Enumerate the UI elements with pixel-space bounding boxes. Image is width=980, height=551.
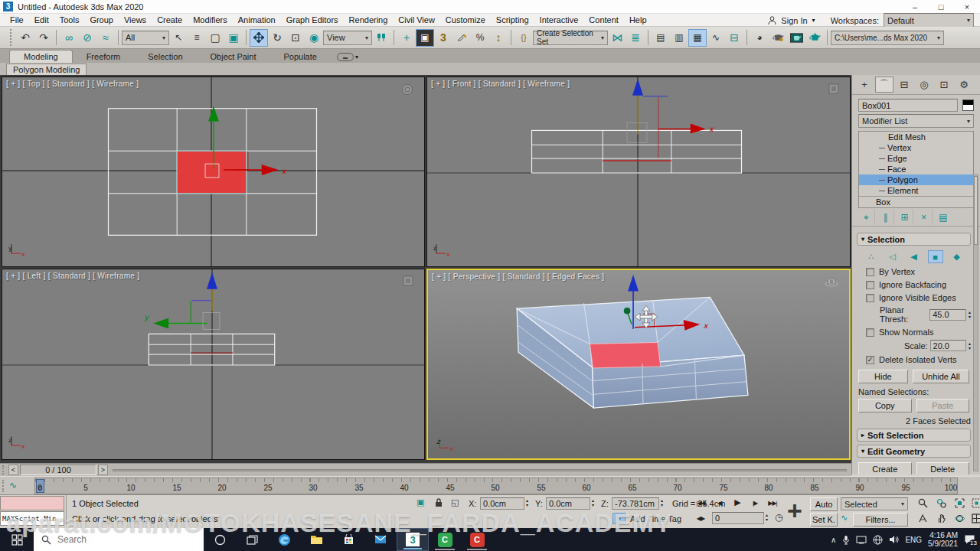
unlink-selection-icon[interactable]: ⊘ bbox=[78, 29, 96, 47]
ignore-visible-edges-checkbox[interactable]: Ignore Visible Edges bbox=[866, 293, 971, 302]
scale-spinner[interactable]: ▴▾ bbox=[969, 341, 971, 350]
hide-button[interactable]: Hide bbox=[858, 370, 908, 383]
menu-content[interactable]: Content bbox=[583, 15, 624, 24]
unhide-all-button[interactable]: Unhide All bbox=[913, 370, 969, 383]
object-color-swatch[interactable] bbox=[962, 99, 974, 111]
rendered-frame-window-icon[interactable] bbox=[787, 29, 805, 47]
spinner-snap-icon[interactable]: ↕ bbox=[489, 29, 508, 47]
previous-frame-button[interactable]: ◀| bbox=[712, 497, 727, 509]
time-slider-handle[interactable]: 0 / 100 bbox=[20, 465, 96, 475]
ignore-backfacing-checkbox[interactable]: Ignore Backfacing bbox=[866, 280, 971, 289]
auto-key-button[interactable]: Auto bbox=[810, 497, 838, 511]
element-subobject-icon[interactable]: ◆ bbox=[949, 250, 965, 263]
screen-cast-icon[interactable] bbox=[856, 536, 867, 544]
use-pivot-point-center-icon[interactable] bbox=[372, 29, 390, 47]
selection-lock-toggle-icon[interactable] bbox=[434, 497, 443, 507]
key-filters-button[interactable]: Filters... bbox=[853, 513, 908, 527]
language-indicator[interactable]: ENG bbox=[905, 536, 922, 544]
select-and-link-icon[interactable]: ∞ bbox=[60, 29, 78, 47]
viewport-front-nav-icon[interactable] bbox=[828, 83, 839, 94]
percent-snap-icon[interactable]: % bbox=[471, 29, 489, 47]
vertex-subobject-icon[interactable]: ∴ bbox=[864, 250, 879, 263]
toggle-ribbon-icon[interactable]: ▦ bbox=[688, 29, 707, 47]
zoom-all-icon[interactable] bbox=[933, 497, 950, 510]
big-plus-icon[interactable]: + bbox=[782, 497, 807, 526]
stack-item-face[interactable]: Face bbox=[859, 164, 973, 174]
current-frame-field[interactable]: 0 bbox=[712, 512, 764, 524]
time-configuration-icon[interactable]: ◷ bbox=[775, 512, 782, 523]
show-normals-checkbox[interactable]: Show Normals bbox=[866, 328, 971, 337]
motion-tab-icon[interactable]: ◎ bbox=[915, 77, 933, 93]
default-in-out-tangents-icon[interactable]: ∿ bbox=[841, 513, 848, 523]
configure-modifier-sets-icon[interactable]: ▤ bbox=[935, 210, 952, 224]
sign-in-caret-icon[interactable]: ▾ bbox=[812, 17, 815, 24]
selection-rollout-header[interactable]: ▾ Selection bbox=[857, 233, 971, 246]
zoom-icon[interactable] bbox=[914, 497, 932, 510]
ribbon-tab-freeform[interactable]: Freeform bbox=[73, 51, 135, 63]
scale-field[interactable]: 20.0 bbox=[930, 340, 966, 351]
z-coordinate-field[interactable]: -73.781cm bbox=[612, 497, 659, 510]
network-globe-icon[interactable] bbox=[873, 535, 883, 545]
viewport-top-label[interactable]: [ + ] [ Top ] [ Standard ] [ Wireframe ] bbox=[6, 80, 139, 88]
ribbon-minimize-button[interactable]: ▬ ▾ bbox=[337, 53, 358, 63]
key-mode-toggle-icon[interactable]: ◀▶ bbox=[693, 513, 708, 524]
viewport-left-nav-icon[interactable] bbox=[403, 276, 413, 286]
viewport-top[interactable]: [ + ] [ Top ] [ Standard ] [ Wireframe ]… bbox=[2, 77, 425, 267]
clock[interactable]: 4:16 AM 5/9/2021 bbox=[928, 531, 958, 548]
show-end-result-icon[interactable]: ∥ bbox=[877, 210, 894, 224]
copy-button[interactable]: Copy bbox=[858, 399, 912, 412]
maximize-viewport-toggle-icon[interactable] bbox=[968, 512, 980, 525]
go-to-start-button[interactable]: |◀◀ bbox=[693, 497, 708, 509]
project-folder-select[interactable]: C:\Users\me...ds Max 2020 ▾ bbox=[831, 31, 944, 45]
microsoft-store-icon[interactable] bbox=[332, 528, 364, 551]
menu-modifiers[interactable]: Modifiers bbox=[188, 15, 233, 24]
viewport-perspective-nav-wheel-icon[interactable] bbox=[825, 276, 838, 289]
viewport-left-label[interactable]: [ + ] [ Left ] [ Standard ] [ Wireframe … bbox=[6, 272, 139, 280]
ribbon-tab-modeling[interactable]: Modeling bbox=[9, 50, 73, 63]
tray-chevron-icon[interactable]: ∧ bbox=[831, 536, 836, 544]
viewport-front-label[interactable]: [ + ] [ Front ] [ Standard ] [ Wireframe… bbox=[431, 80, 570, 88]
select-and-rotate-icon[interactable]: ↻ bbox=[268, 29, 286, 47]
snaps-toggle-icon[interactable]: ▣ bbox=[416, 29, 434, 47]
align-icon[interactable]: ≣ bbox=[626, 29, 645, 47]
snaps-3d-icon[interactable]: 3 bbox=[434, 29, 452, 47]
soft-selection-rollout-header[interactable]: ▸ Soft Selection bbox=[857, 429, 971, 442]
menu-civil-view[interactable]: Civil View bbox=[393, 15, 439, 24]
window-crossing-icon[interactable]: ▣ bbox=[224, 29, 243, 47]
select-and-manipulate-icon[interactable]: + bbox=[397, 29, 416, 47]
mail-icon[interactable] bbox=[364, 528, 397, 551]
next-frame-arrow-button[interactable]: > bbox=[98, 465, 108, 475]
viewport-front[interactable]: [ + ] [ Front ] [ Standard ] [ Wireframe… bbox=[426, 77, 851, 267]
ribbon-tab-object-paint[interactable]: Object Paint bbox=[197, 51, 270, 63]
track-bar-grip[interactable] bbox=[2, 480, 6, 492]
select-object-icon[interactable]: ↖ bbox=[169, 29, 188, 47]
menu-edit[interactable]: Edit bbox=[29, 15, 54, 24]
modifier-list-select[interactable]: Modifier List ▾ bbox=[858, 114, 974, 128]
create-tab-icon[interactable]: + bbox=[855, 77, 874, 93]
z-spinner[interactable]: ▴▾ bbox=[661, 498, 663, 507]
edit-geometry-rollout-header[interactable]: ▾ Edit Geometry bbox=[857, 445, 971, 458]
absolute-offset-mode-icon[interactable]: ◱ bbox=[451, 497, 459, 507]
task-view-icon[interactable] bbox=[236, 528, 268, 551]
stack-item-edit-mesh[interactable]: Edit Mesh bbox=[859, 132, 973, 142]
sign-in-button[interactable]: Sign In bbox=[781, 16, 807, 25]
viewport-top-nav-wheel-icon[interactable] bbox=[401, 83, 413, 96]
frame-spinner[interactable]: ▴▾ bbox=[766, 513, 768, 522]
redo-icon[interactable]: ↷ bbox=[34, 29, 53, 47]
camtasia-green-icon[interactable]: C bbox=[429, 528, 461, 551]
remove-modifier-trash-icon[interactable]: × bbox=[916, 210, 933, 224]
zoom-extents-all-icon[interactable] bbox=[968, 497, 980, 510]
start-button[interactable] bbox=[0, 528, 34, 551]
viewport-left[interactable]: [ + ] [ Left ] [ Standard ] [ Wireframe … bbox=[2, 269, 425, 460]
play-button[interactable]: ▶ bbox=[730, 497, 745, 508]
stack-item-element[interactable]: Element bbox=[859, 185, 973, 196]
isolate-selection-toggle-icon[interactable]: ▣ bbox=[416, 497, 424, 507]
menu-interactive[interactable]: Interactive bbox=[534, 15, 584, 24]
workspace-select[interactable]: Default ▾ bbox=[884, 13, 974, 28]
time-slider-track[interactable] bbox=[113, 469, 847, 471]
maxscript-macro-recorder[interactable] bbox=[0, 496, 64, 510]
render-production-icon[interactable] bbox=[805, 29, 824, 47]
render-setup-icon[interactable] bbox=[769, 29, 787, 47]
command-panel-scrollbar[interactable] bbox=[973, 174, 978, 471]
menu-customize[interactable]: Customize bbox=[440, 15, 491, 24]
